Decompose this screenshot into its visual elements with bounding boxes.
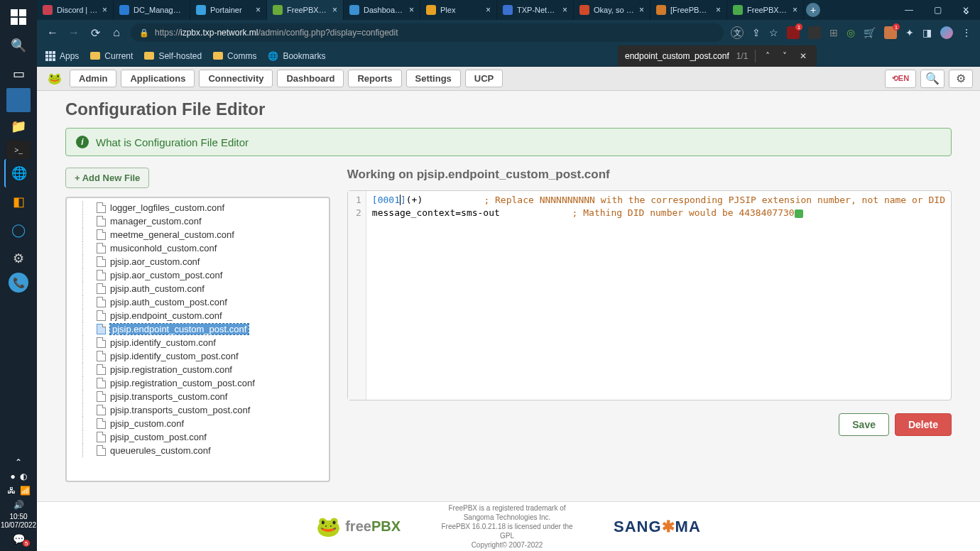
browser-tab[interactable]: Plex× <box>420 0 497 20</box>
find-query[interactable]: endpoint_custom_post.conf <box>625 51 729 61</box>
bookmark-item[interactable]: Self-hosted <box>144 51 202 61</box>
tab-close-icon[interactable]: × <box>716 5 721 15</box>
ext-ublock-icon[interactable] <box>787 26 800 39</box>
file-tree-item[interactable]: pjsip.endpoint_custom_post.conf <box>68 322 327 336</box>
freepbx-logo-icon[interactable]: 🐸 <box>44 70 65 87</box>
pbx-menu-ucp[interactable]: UCP <box>465 70 503 87</box>
url-input[interactable]: 🔒 https://izpbx.txp-network.ml/admin/con… <box>131 23 724 42</box>
profile-avatar-icon[interactable] <box>940 26 953 39</box>
phone-icon[interactable]: 📞 <box>9 273 28 293</box>
save-button[interactable]: Save <box>839 413 889 436</box>
browser-tab[interactable]: Discord | #...× <box>37 0 114 20</box>
file-tree-item[interactable]: pjsip.registration_custom.conf <box>68 363 327 376</box>
browser-icon[interactable]: 🌐 <box>4 159 33 187</box>
file-tree-item[interactable]: manager_custom.conf <box>68 214 327 228</box>
browser-tab[interactable]: [FreePBX C...× <box>650 0 727 20</box>
terminal-icon[interactable]: >_ <box>6 141 31 159</box>
forward-button[interactable]: → <box>67 26 81 39</box>
file-explorer-icon[interactable]: 📁 <box>4 112 33 141</box>
share-icon[interactable]: ⇪ <box>752 27 761 38</box>
close-window-button[interactable]: ✕ <box>952 0 980 20</box>
tab-close-icon[interactable]: × <box>562 5 567 15</box>
file-tree-item[interactable]: pjsip.auth_custom_post.conf <box>68 295 327 309</box>
tab-close-icon[interactable]: × <box>256 5 261 15</box>
ext-circle-icon[interactable]: ◎ <box>846 27 855 38</box>
file-tree-item[interactable]: pjsip_custom_post.conf <box>68 430 327 444</box>
file-tree[interactable]: logger_logfiles_custom.confmanager_custo… <box>65 197 330 482</box>
bookmark-item[interactable]: Comms <box>213 51 256 61</box>
file-tree-item[interactable]: pjsip.transports_custom.conf <box>68 390 327 403</box>
sidepanel-icon[interactable]: ◨ <box>922 27 932 38</box>
tab-close-icon[interactable]: × <box>102 5 107 15</box>
file-tree-item[interactable]: pjsip_custom.conf <box>68 417 327 430</box>
bookmark-item[interactable]: 🌐Bookmarks <box>268 51 325 61</box>
tab-close-icon[interactable]: × <box>639 5 644 15</box>
file-tree-item[interactable]: pjsip.transports_custom_post.conf <box>68 403 327 417</box>
extensions-icon[interactable]: ✦ <box>905 27 914 38</box>
browser-tab[interactable]: FreePBX Ad...× <box>267 0 344 20</box>
ext-cart-icon[interactable]: 🛒 <box>864 27 876 38</box>
editor-code[interactable]: [0001](+) ; Replace NNNNNNNNNN with the … <box>366 191 951 400</box>
file-tree-item[interactable]: pjsip.registration_custom_post.conf <box>68 376 327 390</box>
opera-icon[interactable]: ◯ <box>4 216 33 244</box>
file-tree-item[interactable]: pjsip.identify_custom.conf <box>68 336 327 349</box>
file-tree-item[interactable]: musiconhold_custom.conf <box>68 241 327 255</box>
volume-icon[interactable]: 🔊 <box>4 498 33 511</box>
file-tree-item[interactable]: meetme_general_custom.conf <box>68 228 327 241</box>
delete-button[interactable]: Delete <box>895 413 952 436</box>
browser-tab[interactable]: TXP-Netwo...× <box>497 0 574 20</box>
add-new-file-button[interactable]: + Add New File <box>65 168 149 188</box>
ext-bw-icon[interactable] <box>808 26 821 39</box>
tab-close-icon[interactable]: × <box>409 5 414 15</box>
cogs-icon[interactable]: ⚙ <box>4 244 33 273</box>
pbx-menu-connectivity[interactable]: Connectivity <box>199 70 273 87</box>
pbx-menu-applications[interactable]: Applications <box>121 70 195 87</box>
file-tree-item[interactable]: queuerules_custom.conf <box>68 444 327 457</box>
bookmark-item[interactable]: Current <box>90 51 133 61</box>
search-icon[interactable]: 🔍 <box>4 31 33 60</box>
bookmark-star-icon[interactable]: ☆ <box>769 27 778 38</box>
find-prev-button[interactable]: ˄ <box>763 51 773 61</box>
file-tree-item[interactable]: pjsip.aor_custom_post.conf <box>68 268 327 282</box>
ext-grid-icon[interactable]: ⊞ <box>829 27 838 38</box>
tab-close-icon[interactable]: × <box>486 5 491 15</box>
file-tree-item[interactable]: logger_logfiles_custom.conf <box>68 201 327 214</box>
bookmark-item[interactable]: Apps <box>45 51 79 61</box>
translate-icon[interactable]: 文 <box>731 26 744 39</box>
tab-close-icon[interactable]: × <box>793 5 797 15</box>
pbx-menu-admin[interactable]: Admin <box>70 70 116 87</box>
file-tree-item[interactable]: pjsip.aor_custom.conf <box>68 255 327 268</box>
tray-icons-2[interactable]: 🖧📶 <box>7 486 31 496</box>
code-editor[interactable]: 1 2 [0001](+) ; Replace NNNNNNNNNN with … <box>347 190 952 400</box>
tray-icons[interactable]: ●◐ <box>10 471 26 481</box>
find-close-button[interactable]: ✕ <box>797 51 810 61</box>
new-tab-button[interactable]: + <box>804 0 822 20</box>
browser-tab[interactable]: Portainer× <box>190 0 267 20</box>
info-banner[interactable]: i What is Configuration File Editor <box>65 128 952 156</box>
browser-tab[interactable]: FreePBX - S...× <box>727 0 804 20</box>
pinned-app-1[interactable] <box>6 88 31 112</box>
file-tree-item[interactable]: pjsip.auth_custom.conf <box>68 282 327 295</box>
ext-folder-icon[interactable] <box>884 26 897 39</box>
taskview-icon[interactable]: ▭ <box>4 60 33 88</box>
start-button[interactable] <box>4 3 33 31</box>
search-button[interactable]: 🔍 <box>920 70 944 88</box>
vbox-icon[interactable]: ◧ <box>4 187 33 216</box>
browser-tab[interactable]: DC_Management <box>114 0 190 20</box>
home-button[interactable]: ⌂ <box>109 26 124 39</box>
back-button[interactable]: ← <box>45 26 60 39</box>
maximize-button[interactable]: ▢ <box>923 0 952 20</box>
file-tree-item[interactable]: pjsip.endpoint_custom.conf <box>68 309 327 322</box>
clock[interactable]: 10:50 10/07/2022 <box>1 513 36 530</box>
reload-button[interactable]: ⟳ <box>88 26 102 40</box>
file-tree-item[interactable]: pjsip.identify_custom_post.conf <box>68 349 327 363</box>
find-next-button[interactable]: ˅ <box>780 51 790 61</box>
pbx-menu-settings[interactable]: Settings <box>406 70 461 87</box>
settings-gear-button[interactable]: ⚙ <box>949 70 973 88</box>
tab-close-icon[interactable]: × <box>332 5 337 15</box>
lang-button[interactable]: ⟲EN <box>885 70 916 88</box>
browser-tab[interactable]: Okay, so dr...× <box>574 0 650 20</box>
pbx-menu-reports[interactable]: Reports <box>348 70 401 87</box>
minimize-button[interactable]: — <box>895 0 923 20</box>
browser-tab[interactable]: Dashboard ...× <box>344 0 420 20</box>
